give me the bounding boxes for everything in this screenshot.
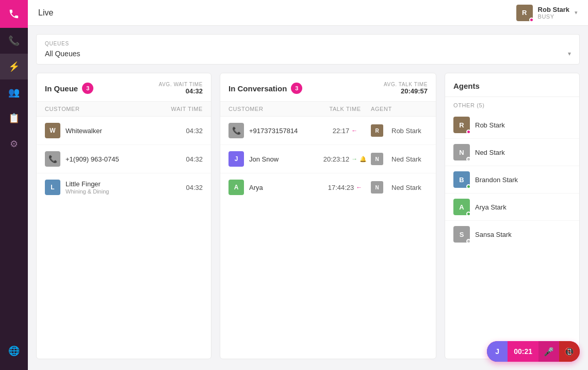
agent-item-name: Sansa Stark [475,231,512,238]
avatar: A [453,199,470,215]
direction-icon: ← [351,127,357,134]
globe-icon: 🌐 [8,345,20,357]
sidebar: 📞 ⚡ 👥 📋 ⚙ 🌐 [0,0,28,370]
table-row[interactable]: W Whitewalker 04:32 [37,117,211,145]
in-queue-header: In Queue 3 AVG. WAIT TIME 04:32 [37,73,211,102]
col-header-agent: AGENT [371,106,428,112]
wait-time: 04:32 [161,155,203,163]
table-row[interactable]: L Little Finger Whining & Dining 04:32 [37,173,211,201]
agents-title: Agents [453,82,480,90]
user-dropdown-arrow: ▾ [575,9,578,16]
agents-section-label: OTHER (5) [445,97,579,111]
agent-item-name: Arya Stark [475,203,507,211]
talk-time-cell: 20:23:12 → 🔔 [319,155,371,163]
agent-name: Rob Stark [391,127,421,135]
in-conversation-list: 📞 +917373157814 22:17 ← R Rob Stark [220,117,436,201]
call-timer: 00:21 [508,347,538,356]
call-bar-avatar: J [487,341,508,362]
list-item[interactable]: R Rob Stark [445,111,579,139]
in-conversation-avg-label: AVG. TALK TIME [384,82,428,87]
phone-icon: 📞 [8,35,20,46]
sidebar-item-contacts[interactable]: 👥 [0,79,28,105]
talk-time-value: 22:17 [333,127,350,135]
agent-name: Ned Stark [391,184,421,191]
avatar: 📞 [228,123,244,138]
mute-button[interactable]: 🎤 [538,341,559,362]
user-name: Rob Stark [538,6,569,13]
wait-time: 04:32 [161,184,203,191]
content-area: QUEUES All Queues ▾ In Queue 3 AVG. WAIT… [28,26,588,370]
table-row[interactable]: A Arya 17:44:23 ← N Ned Stark [220,173,436,201]
header: Live R Rob Stark BUSY ▾ [28,0,588,26]
agent-cell: N Ned Stark [371,181,428,194]
columns-container: In Queue 3 AVG. WAIT TIME 04:32 CUSTOMER… [36,73,580,359]
status-dot [466,157,471,162]
in-queue-avg-label: AVG. WAIT TIME [159,82,203,87]
sidebar-item-settings[interactable]: ⚙ [0,131,28,157]
user-menu[interactable]: R Rob Stark BUSY ▾ [516,5,578,21]
queue-select-value: All Queues [45,50,80,58]
in-conversation-col-headers: CUSTOMER TALK TIME AGENT [220,102,436,117]
dropdown-arrow-icon: ▾ [568,50,571,57]
direction-icon: → [351,155,357,163]
status-dot [466,212,471,216]
avatar: B [453,171,470,188]
contacts-icon: 👥 [8,87,20,98]
sidebar-logo[interactable] [0,0,28,28]
wait-time: 04:32 [161,127,203,135]
avatar: A [228,180,244,195]
in-queue-list: W Whitewalker 04:32 📞 +1(909) 963-0745 0… [37,117,211,201]
status-dot [466,184,471,189]
customer-name: Jon Snow [249,155,319,163]
reports-icon: 📋 [8,112,20,124]
list-item[interactable]: B Brandon Stark [445,166,579,194]
table-row[interactable]: 📞 +917373157814 22:17 ← R Rob Stark [220,117,436,145]
in-queue-avg-value: 04:32 [159,87,203,95]
page-title: Live [38,8,53,18]
in-conversation-panel: In Conversation 3 AVG. TALK TIME 20:49:5… [220,73,436,359]
transfer-icon: 🔔 [360,156,367,163]
table-row[interactable]: 📞 +1(909) 963-0745 04:32 [37,145,211,173]
sidebar-item-reports[interactable]: 📋 [0,105,28,131]
direction-icon: ← [356,184,362,191]
agent-avatar: N [371,153,383,165]
customer-info: Jon Snow [249,155,319,163]
list-item[interactable]: S Sansa Stark [445,221,579,248]
customer-info: Arya [249,184,319,191]
in-queue-stats: AVG. WAIT TIME 04:32 [159,82,203,95]
in-conversation-badge: 3 [291,83,302,94]
avatar: R [453,117,470,133]
talk-time-cell: 17:44:23 ← [319,184,371,191]
list-item[interactable]: N Ned Stark [445,139,579,166]
list-item[interactable]: A Arya Stark [445,194,579,221]
agents-list: R Rob Stark N Ned Stark [445,111,579,248]
customer-name: +917373157814 [249,127,319,135]
queue-filter-label: QUEUES [45,41,571,46]
customer-name: Arya [249,184,319,191]
settings-icon: ⚙ [10,138,18,150]
col-header-wait: WAIT TIME [161,106,203,112]
customer-name: +1(909) 963-0745 [66,155,161,163]
customer-info: Whitewalker [66,127,161,135]
sidebar-item-live[interactable]: ⚡ [0,54,28,79]
talk-time-cell: 22:17 ← [319,127,371,135]
user-status: BUSY [538,13,569,20]
status-dot [466,239,471,244]
table-row[interactable]: J Jon Snow 20:23:12 → 🔔 N Ned Stark [220,145,436,173]
col-header-talk: TALK TIME [319,106,371,112]
status-dot [466,130,471,134]
sidebar-item-phone[interactable]: 📞 [0,28,28,54]
customer-info: +917373157814 [249,127,319,135]
sidebar-item-global[interactable]: 🌐 [0,338,28,364]
avatar: S [453,226,470,243]
end-call-button[interactable]: 📵 [559,341,580,362]
user-avatar: R [516,5,533,21]
avatar: N [453,144,470,160]
agent-cell: N Ned Stark [371,153,428,165]
user-status-dot [529,18,534,22]
agent-avatar: N [371,181,383,194]
in-queue-title: In Queue [45,84,78,93]
in-queue-title-group: In Queue 3 [45,83,93,94]
customer-info: +1(909) 963-0745 [66,155,161,163]
queue-select[interactable]: All Queues ▾ [45,50,571,58]
